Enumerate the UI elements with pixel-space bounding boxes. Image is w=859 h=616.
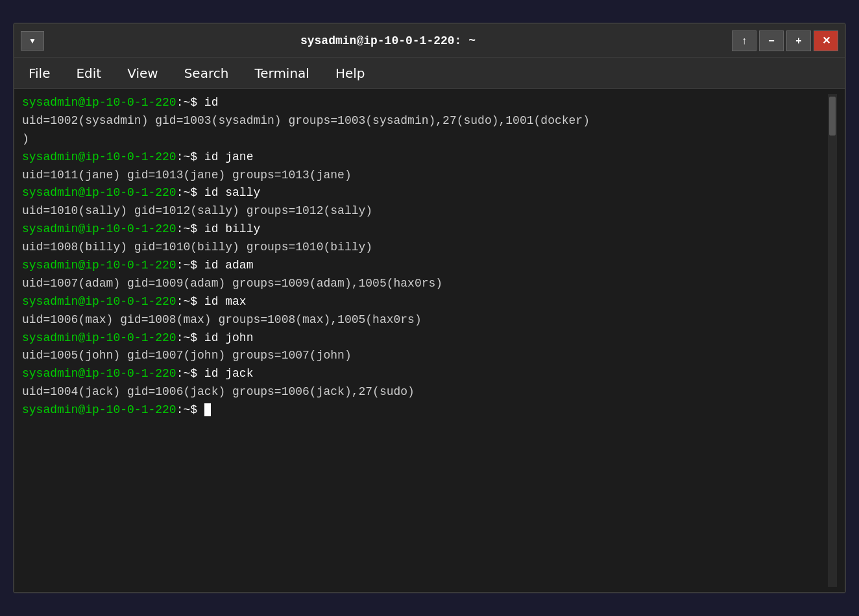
terminal-window: ▼ sysadmin@ip-10-0-1-220: ~ ↑ − + ✕ File…	[13, 23, 846, 593]
menu-search[interactable]: Search	[180, 63, 233, 84]
close-button[interactable]: ✕	[814, 30, 838, 51]
terminal-line: sysadmin@ip-10-0-1-220:~$ id john	[22, 329, 828, 348]
command-text: id billy	[204, 222, 260, 235]
prompt-text: sysadmin@ip-10-0-1-220	[22, 367, 176, 380]
terminal-line: sysadmin@ip-10-0-1-220:~$ id max	[22, 293, 828, 311]
terminal-line: sysadmin@ip-10-0-1-220:~$ id billy	[22, 220, 828, 239]
command-text: id max	[204, 295, 247, 308]
terminal-line: sysadmin@ip-10-0-1-220:~$ id sally	[22, 184, 828, 202]
terminal-line: )	[22, 130, 828, 148]
terminal-body[interactable]: sysadmin@ip-10-0-1-220:~$ iduid=1002(sys…	[14, 89, 845, 592]
title-bar: ▼ sysadmin@ip-10-0-1-220: ~ ↑ − + ✕	[14, 24, 845, 58]
terminal-line: sysadmin@ip-10-0-1-220:~$ id jane	[22, 148, 828, 167]
terminal-line: uid=1010(sally) gid=1012(sally) groups=1…	[22, 202, 828, 220]
command-text: id jack	[204, 367, 254, 380]
terminal-line: uid=1008(billy) gid=1010(billy) groups=1…	[22, 239, 828, 257]
prompt-text: sysadmin@ip-10-0-1-220	[22, 403, 176, 416]
command-text: id jane	[204, 150, 254, 163]
menu-view[interactable]: View	[123, 63, 162, 84]
prompt-suffix: :~$	[176, 403, 204, 416]
terminal-line: sysadmin@ip-10-0-1-220:~$ id jack	[22, 365, 828, 383]
command-text: id adam	[204, 259, 254, 272]
prompt-suffix: :~$	[176, 259, 204, 272]
prompt-suffix: :~$	[176, 367, 204, 380]
cursor	[204, 403, 211, 416]
terminal-line: uid=1005(john) gid=1007(john) groups=100…	[22, 347, 828, 365]
prompt-suffix: :~$	[176, 96, 204, 109]
terminal-line: sysadmin@ip-10-0-1-220:~$	[22, 401, 828, 420]
command-text: id john	[204, 331, 254, 344]
window-title: sysadmin@ip-10-0-1-220: ~	[44, 34, 732, 47]
prompt-suffix: :~$	[176, 331, 204, 344]
maximize-button[interactable]: +	[786, 30, 811, 51]
terminal-line: sysadmin@ip-10-0-1-220:~$ id adam	[22, 257, 828, 275]
menu-help[interactable]: Help	[332, 63, 369, 84]
prompt-text: sysadmin@ip-10-0-1-220	[22, 150, 176, 163]
command-text: id sally	[204, 186, 260, 199]
prompt-suffix: :~$	[176, 295, 204, 308]
window-controls: ↑ − + ✕	[732, 30, 838, 51]
prompt-suffix: :~$	[176, 150, 204, 163]
terminal-content: sysadmin@ip-10-0-1-220:~$ iduid=1002(sys…	[22, 94, 828, 587]
terminal-line: uid=1004(jack) gid=1006(jack) groups=100…	[22, 383, 828, 401]
menu-terminal[interactable]: Terminal	[250, 63, 313, 84]
prompt-text: sysadmin@ip-10-0-1-220	[22, 96, 176, 109]
prompt-suffix: :~$	[176, 222, 204, 235]
prompt-text: sysadmin@ip-10-0-1-220	[22, 259, 176, 272]
menu-bar: File Edit View Search Terminal Help	[14, 58, 845, 89]
terminal-line: uid=1006(max) gid=1008(max) groups=1008(…	[22, 311, 828, 329]
dropdown-button[interactable]: ▼	[21, 31, 44, 51]
command-text: id	[204, 96, 219, 109]
terminal-line: sysadmin@ip-10-0-1-220:~$ id	[22, 94, 828, 112]
scrollbar[interactable]	[828, 94, 837, 587]
terminal-line: uid=1002(sysadmin) gid=1003(sysadmin) gr…	[22, 112, 828, 130]
minimize-button[interactable]: −	[759, 30, 784, 51]
menu-edit[interactable]: Edit	[72, 63, 105, 84]
scroll-up-button[interactable]: ↑	[732, 30, 756, 51]
terminal-line: uid=1011(jane) gid=1013(jane) groups=101…	[22, 167, 828, 185]
scrollbar-thumb[interactable]	[829, 97, 836, 136]
prompt-suffix: :~$	[176, 186, 204, 199]
prompt-text: sysadmin@ip-10-0-1-220	[22, 222, 176, 235]
menu-file[interactable]: File	[25, 63, 54, 84]
title-bar-left: ▼	[21, 31, 44, 51]
prompt-text: sysadmin@ip-10-0-1-220	[22, 186, 176, 199]
terminal-line: uid=1007(adam) gid=1009(adam) groups=100…	[22, 275, 828, 293]
prompt-text: sysadmin@ip-10-0-1-220	[22, 331, 176, 344]
prompt-text: sysadmin@ip-10-0-1-220	[22, 295, 176, 308]
